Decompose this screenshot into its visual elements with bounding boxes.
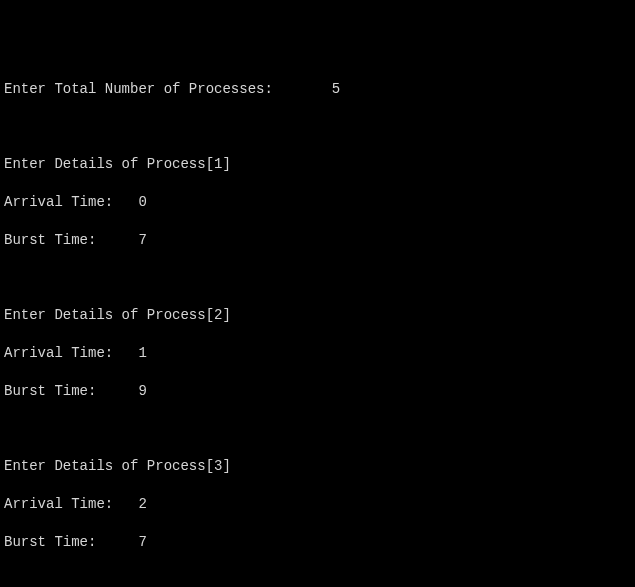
burst-2: Burst Time: 9 xyxy=(4,382,631,401)
total-label: Enter Total Number of Processes: xyxy=(4,81,273,97)
arrival-2: Arrival Time: 1 xyxy=(4,344,631,363)
arrival-1: Arrival Time: 0 xyxy=(4,193,631,212)
detail-header-2: Enter Details of Process[2] xyxy=(4,306,631,325)
detail-header-1: Enter Details of Process[1] xyxy=(4,155,631,174)
total-value: 5 xyxy=(332,81,340,97)
total-processes-line: Enter Total Number of Processes: 5 xyxy=(4,80,631,99)
blank xyxy=(4,420,631,439)
burst-1: Burst Time: 7 xyxy=(4,231,631,250)
arrival-3: Arrival Time: 2 xyxy=(4,495,631,514)
blank xyxy=(4,571,631,587)
blank xyxy=(4,268,631,287)
blank xyxy=(4,117,631,136)
detail-header-3: Enter Details of Process[3] xyxy=(4,457,631,476)
burst-3: Burst Time: 7 xyxy=(4,533,631,552)
